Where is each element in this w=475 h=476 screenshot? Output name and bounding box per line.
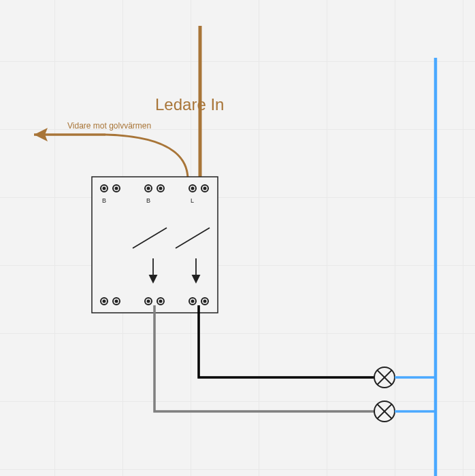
svg-point-20 — [147, 300, 150, 303]
svg-point-9 — [159, 187, 163, 190]
svg-point-11 — [203, 187, 207, 190]
svg-point-8 — [147, 187, 150, 190]
pin-label-b2: B — [146, 197, 150, 204]
wire-black — [199, 305, 374, 377]
svg-point-18 — [103, 300, 106, 303]
pin-label-b1: B — [102, 197, 106, 204]
label-floor-heating: Vidare mot golvvärmen — [67, 121, 151, 131]
svg-point-19 — [115, 300, 118, 303]
label-ledare-in: Ledare In — [155, 95, 224, 114]
svg-point-23 — [203, 300, 207, 303]
lamp-1 — [374, 367, 395, 388]
svg-point-6 — [103, 187, 106, 190]
lamp-2 — [374, 401, 395, 422]
svg-point-22 — [191, 300, 195, 303]
diagram-svg: B B L — [0, 0, 475, 476]
svg-point-21 — [159, 300, 163, 303]
wire-grey — [154, 305, 374, 411]
wire-to-floor-heating — [105, 135, 188, 180]
pin-label-l: L — [191, 197, 194, 204]
wiring-diagram: { "labels": { "main": "Ledare In", "arro… — [0, 0, 475, 476]
svg-point-10 — [191, 187, 195, 190]
switch-module — [92, 177, 218, 313]
svg-point-7 — [115, 187, 118, 190]
